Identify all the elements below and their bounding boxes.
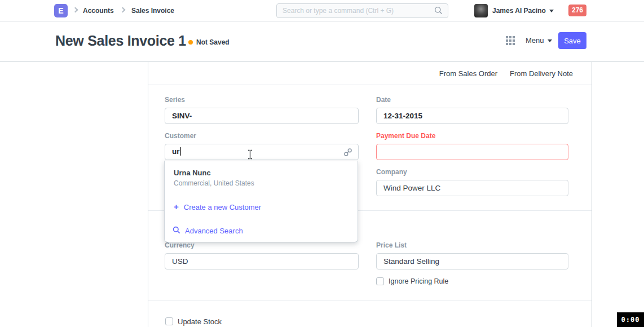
ignore-pricing-rule-label[interactable]: Ignore Pricing Rule bbox=[389, 277, 448, 285]
caret-down-icon bbox=[548, 39, 552, 42]
unsaved-status-label: Not Saved bbox=[196, 38, 230, 46]
recording-timer-badge: 0:00 bbox=[617, 312, 644, 327]
app-logo[interactable]: E bbox=[54, 4, 68, 17]
grid-view-icon[interactable] bbox=[506, 36, 516, 46]
series-label: Series bbox=[165, 96, 185, 104]
unsaved-indicator-dot bbox=[188, 40, 193, 45]
price-list-label: Price List bbox=[376, 241, 407, 249]
top-navbar: E Accounts Sales Invoice James Al Pacino… bbox=[0, 0, 644, 21]
link-icon[interactable] bbox=[343, 148, 352, 159]
customer-input-value: ur bbox=[172, 147, 180, 156]
customer-label: Customer bbox=[165, 132, 196, 140]
notification-badge[interactable]: 276 bbox=[568, 5, 586, 16]
customer-option-subtitle: Commercial, United States bbox=[174, 179, 254, 187]
breadcrumb-chevron-icon bbox=[73, 7, 78, 13]
currency-label: Currency bbox=[165, 241, 195, 249]
user-avatar[interactable] bbox=[474, 4, 488, 17]
page-header: New Sales Invoice 1 Not Saved Menu Save bbox=[0, 21, 644, 62]
text-caret bbox=[180, 147, 181, 156]
plus-icon: + bbox=[174, 202, 179, 211]
breadcrumb-sales-invoice[interactable]: Sales Invoice bbox=[131, 7, 174, 15]
currency-input[interactable] bbox=[165, 253, 359, 269]
page-title: New Sales Invoice 1 bbox=[55, 33, 186, 49]
price-list-input[interactable] bbox=[376, 253, 568, 269]
advanced-search-button[interactable]: Advanced Search bbox=[173, 226, 243, 236]
search-icon bbox=[173, 226, 180, 236]
customer-autocomplete-dropdown: Urna Nunc Commercial, United States +Cre… bbox=[164, 161, 358, 242]
create-new-customer-button[interactable]: +Create a new Customer bbox=[174, 202, 261, 211]
from-delivery-note-button[interactable]: From Delivery Note bbox=[510, 69, 573, 78]
breadcrumb-chevron-icon bbox=[120, 7, 126, 13]
form-actions-row: From Sales Order From Delivery Note bbox=[148, 62, 592, 85]
user-menu[interactable]: James Al Pacino bbox=[492, 7, 554, 15]
series-input[interactable] bbox=[165, 108, 359, 124]
date-label: Date bbox=[376, 96, 391, 104]
update-stock-label[interactable]: Update Stock bbox=[178, 317, 222, 326]
customer-option-title: Urna Nunc bbox=[174, 169, 211, 177]
search-icon bbox=[434, 6, 443, 17]
payment-due-date-input[interactable] bbox=[376, 144, 568, 160]
section-divider bbox=[148, 301, 592, 301]
save-button[interactable]: Save bbox=[558, 32, 586, 49]
app-window: E Accounts Sales Invoice James Al Pacino… bbox=[0, 0, 644, 327]
update-stock-checkbox[interactable] bbox=[165, 317, 173, 325]
payment-due-date-label: Payment Due Date bbox=[376, 132, 435, 140]
company-input[interactable] bbox=[376, 180, 568, 196]
breadcrumb-accounts[interactable]: Accounts bbox=[83, 7, 114, 15]
global-search-input[interactable] bbox=[276, 3, 448, 18]
menu-button[interactable]: Menu bbox=[526, 36, 552, 45]
caret-down-icon bbox=[549, 10, 554, 12]
ignore-pricing-rule-checkbox[interactable] bbox=[376, 277, 384, 285]
date-input[interactable] bbox=[376, 108, 568, 124]
customer-input[interactable]: ur bbox=[165, 144, 359, 160]
from-sales-order-button[interactable]: From Sales Order bbox=[439, 69, 497, 78]
company-label: Company bbox=[376, 168, 407, 176]
